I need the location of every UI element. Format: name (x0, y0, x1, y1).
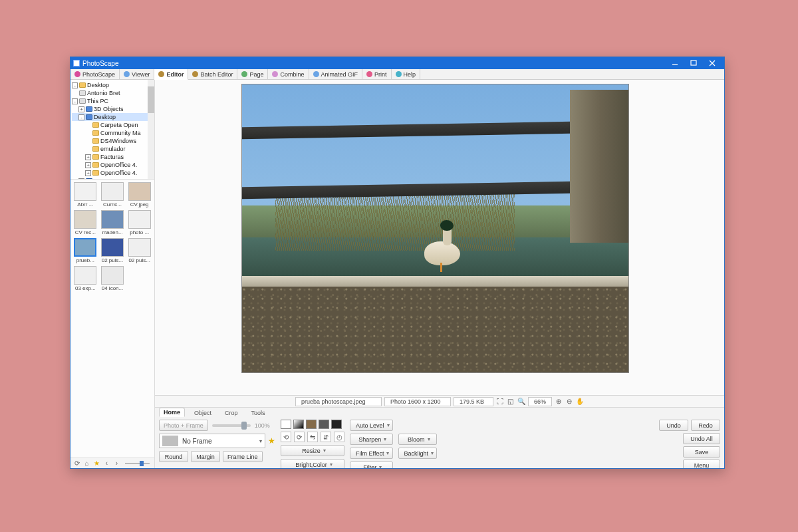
frame-selector[interactable]: No Frame ▾ (159, 434, 265, 448)
hand-icon[interactable]: ✋ (575, 397, 585, 406)
undo-all-button[interactable]: Undo All (683, 433, 720, 444)
subtab-crop[interactable]: Crop (221, 409, 242, 417)
title-bar[interactable]: PhotoScape (70, 57, 724, 69)
tab-print[interactable]: Print (362, 69, 392, 79)
backlight-button[interactable]: Backlight▾ (398, 448, 438, 459)
thumbnail[interactable]: 02 puls... (127, 238, 152, 263)
tab-batch-editor[interactable]: Batch Editor (188, 69, 237, 79)
arrow-right-icon[interactable]: › (113, 460, 120, 467)
zoom-in-icon[interactable]: 🔍 (517, 397, 526, 406)
thumbnail[interactable]: photo ... (127, 210, 152, 235)
expand-toggle[interactable]: + (85, 154, 91, 160)
thumbnail[interactable]: Curric... (100, 182, 125, 207)
star-icon[interactable]: ★ (93, 460, 100, 467)
thumbnail[interactable]: prueb... (73, 238, 98, 263)
frame-opacity-slider[interactable] (212, 424, 251, 427)
actual-size-icon[interactable]: ◱ (506, 397, 515, 406)
folder-icon (86, 106, 92, 112)
thumb-size-slider[interactable] (125, 463, 150, 464)
tree-node-label: Desktop (94, 113, 116, 121)
thumbnail[interactable]: 04 icon... (100, 266, 125, 291)
sharpen-button[interactable]: Sharpen▾ (350, 434, 393, 445)
bloom-button[interactable]: Bloom▾ (398, 434, 438, 445)
tree-node[interactable]: -This PC (72, 97, 153, 105)
expand-toggle[interactable]: + (85, 170, 91, 176)
thumbnail[interactable]: CV rec... (73, 210, 98, 235)
menu-button[interactable]: Menu (683, 460, 720, 468)
canvas[interactable] (155, 80, 724, 395)
bright-color-button[interactable]: Bright,Color▾ (281, 459, 344, 468)
minimize-button[interactable] (666, 58, 684, 68)
filter-button[interactable]: Filter▾ (350, 462, 393, 468)
subtab-object[interactable]: Object (190, 409, 215, 417)
thumbnail-grid[interactable]: Abrr ...Curric...CV.jpegCV rec...maden..… (70, 180, 154, 458)
tab-label: Page (249, 71, 263, 78)
app-icon (73, 60, 80, 66)
rotate-angle-icon[interactable]: ◴ (334, 432, 344, 442)
favorite-frame-icon[interactable]: ★ (268, 436, 275, 446)
color-swatches[interactable] (281, 420, 344, 429)
flip-v-icon[interactable]: ⇵ (321, 432, 331, 442)
scrollbar-thumb[interactable] (148, 86, 154, 113)
thumbnail-caption: Abrr ... (77, 201, 93, 207)
status-zoom[interactable]: 66% (528, 397, 552, 406)
rotate-ccw-icon[interactable]: ⟲ (281, 432, 291, 442)
tab-photoscape[interactable]: PhotoScape (70, 69, 120, 79)
expand-toggle[interactable]: - (72, 82, 78, 88)
tree-node[interactable]: Antonio Bret (72, 89, 153, 97)
tree-node[interactable]: -Desktop (72, 81, 153, 89)
folder-tree[interactable]: -DesktopAntonio Bret-This PC+3D Objects-… (70, 80, 154, 180)
rotate-cw-icon[interactable]: ⟳ (294, 432, 305, 442)
thumbnail[interactable]: Abrr ... (73, 182, 98, 207)
thumbnail[interactable]: maden... (100, 210, 125, 235)
expand-toggle[interactable]: - (78, 114, 84, 120)
tree-node[interactable]: +3D Objects (72, 105, 153, 113)
tab-help[interactable]: Help (392, 69, 421, 79)
tree-node[interactable]: emulador (72, 145, 153, 153)
save-button[interactable]: Save (683, 446, 720, 458)
auto-level-button[interactable]: Auto Level▾ (350, 420, 393, 431)
home-icon[interactable]: ⌂ (83, 460, 90, 467)
frameline-button[interactable]: Frame Line (223, 451, 263, 462)
subtab-home[interactable]: Home (159, 408, 185, 417)
tree-node-label: OpenOffice 4. (100, 161, 137, 169)
undo-button[interactable]: Undo (659, 420, 688, 431)
tab-editor[interactable]: Editor (154, 69, 188, 80)
tree-node[interactable]: +OpenOffice 4. (72, 161, 153, 169)
zoom-plus-icon[interactable]: ⊕ (554, 397, 563, 406)
close-button[interactable] (703, 58, 722, 68)
tree-node[interactable]: -Desktop (72, 113, 153, 121)
tree-node-label: 3D Objects (94, 105, 124, 113)
resize-button[interactable]: Resize▾ (281, 445, 344, 456)
flip-h-icon[interactable]: ⇋ (307, 432, 318, 442)
tree-node[interactable]: Community Ma (72, 129, 153, 137)
expand-toggle[interactable]: - (72, 98, 78, 104)
thumbnail[interactable]: CV.jpeg (127, 182, 152, 207)
photo-frame-button[interactable]: Photo + Frame (159, 420, 208, 431)
tab-viewer[interactable]: Viewer (120, 69, 154, 79)
window-title: PhotoScape (82, 60, 666, 67)
margin-button[interactable]: Margin (191, 451, 220, 462)
tree-node[interactable]: +OpenOffice 4. (72, 169, 153, 177)
maximize-button[interactable] (684, 58, 703, 68)
film-effect-button[interactable]: Film Effect▾ (350, 448, 393, 459)
redo-button[interactable]: Redo (691, 420, 720, 431)
thumbnail-image (101, 182, 124, 201)
expand-toggle[interactable]: + (85, 162, 91, 168)
thumbnail[interactable]: 02 puls... (100, 238, 125, 263)
tree-node[interactable]: DS4Windows (72, 137, 153, 145)
subtab-tools[interactable]: Tools (247, 409, 269, 417)
tree-node[interactable]: +Facturas (72, 153, 153, 161)
fit-screen-icon[interactable]: ⛶ (495, 397, 505, 406)
tab-combine[interactable]: Combine (268, 69, 309, 79)
refresh-icon[interactable]: ⟳ (73, 460, 80, 467)
round-button[interactable]: Round (159, 451, 188, 462)
arrow-left-icon[interactable]: ‹ (103, 460, 110, 467)
tab-page[interactable]: Page (237, 69, 268, 79)
tree-node[interactable]: Carpeta Open (72, 121, 153, 129)
thumbnail[interactable]: 03 exp... (73, 266, 98, 291)
photo-preview[interactable] (241, 84, 629, 373)
zoom-minus-icon[interactable]: ⊖ (565, 397, 574, 406)
expand-toggle[interactable]: + (78, 106, 84, 112)
tab-animated-gif[interactable]: Animated GIF (309, 69, 363, 79)
